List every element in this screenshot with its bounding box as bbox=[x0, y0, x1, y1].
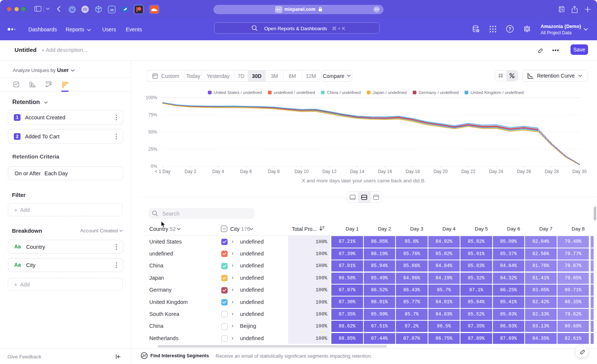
svg-text:25%: 25% bbox=[148, 147, 157, 152]
svg-text:Day 26: Day 26 bbox=[517, 169, 531, 174]
svg-text:Day 14: Day 14 bbox=[350, 169, 364, 174]
svg-text:N: N bbox=[561, 8, 563, 12]
svg-text:Day 2: Day 2 bbox=[185, 169, 197, 174]
svg-text:0%: 0% bbox=[151, 164, 157, 169]
svg-text:Day 28: Day 28 bbox=[545, 169, 559, 174]
svg-text:100%: 100% bbox=[146, 95, 157, 100]
svg-text:?: ? bbox=[509, 26, 511, 32]
svg-text:JS: JS bbox=[110, 8, 114, 12]
svg-text:Day 4: Day 4 bbox=[212, 169, 224, 174]
svg-text:Day 12: Day 12 bbox=[322, 169, 337, 174]
svg-text:Day 30: Day 30 bbox=[572, 169, 587, 174]
svg-text:< 1 Day: < 1 Day bbox=[155, 169, 171, 174]
svg-text:Day 10: Day 10 bbox=[294, 169, 309, 174]
svg-text:75%: 75% bbox=[148, 112, 157, 117]
svg-text:Day 6: Day 6 bbox=[240, 169, 252, 174]
svg-text:Day 16: Day 16 bbox=[378, 169, 392, 174]
svg-text:Day 22: Day 22 bbox=[461, 169, 475, 174]
svg-text:Day 18: Day 18 bbox=[406, 169, 420, 174]
svg-text:Day 8: Day 8 bbox=[268, 169, 280, 174]
svg-text:Day 20: Day 20 bbox=[434, 169, 448, 174]
svg-text:50%: 50% bbox=[148, 129, 157, 135]
svg-text:Day 24: Day 24 bbox=[489, 169, 503, 174]
